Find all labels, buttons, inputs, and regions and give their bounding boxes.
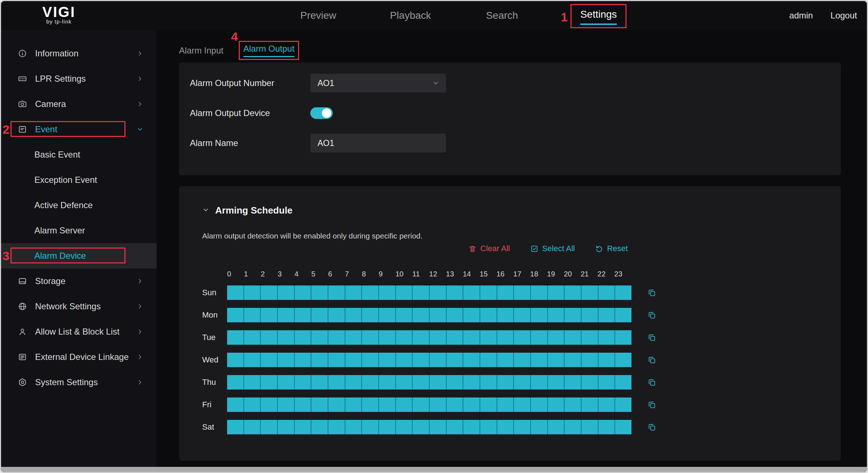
- alarm-name-input[interactable]: [310, 134, 446, 152]
- schedule-cell[interactable]: [615, 420, 631, 434]
- schedule-bar[interactable]: [227, 420, 631, 434]
- tab-alarm-output[interactable]: 4 Alarm Output: [239, 41, 299, 60]
- schedule-cell[interactable]: [599, 397, 616, 412]
- schedule-cell[interactable]: [531, 375, 548, 390]
- copy-icon[interactable]: [647, 333, 656, 342]
- schedule-cell[interactable]: [480, 308, 497, 322]
- schedule-cell[interactable]: [548, 308, 565, 322]
- schedule-cell[interactable]: [311, 285, 328, 300]
- schedule-cell[interactable]: [362, 285, 379, 300]
- schedule-bar[interactable]: [227, 308, 631, 322]
- schedule-cell[interactable]: [514, 330, 531, 345]
- schedule-cell[interactable]: [463, 397, 480, 412]
- schedule-cell[interactable]: [565, 397, 582, 412]
- schedule-cell[interactable]: [531, 397, 548, 412]
- sidebar-subitem-exception-event[interactable]: Exception Event: [1, 167, 157, 193]
- schedule-cell[interactable]: [227, 397, 244, 412]
- schedule-cell[interactable]: [278, 420, 295, 434]
- schedule-cell[interactable]: [615, 375, 631, 390]
- schedule-cell[interactable]: [447, 420, 464, 434]
- schedule-cell[interactable]: [463, 420, 480, 434]
- schedule-cell[interactable]: [615, 308, 631, 322]
- schedule-cell[interactable]: [244, 375, 261, 390]
- schedule-cell[interactable]: [227, 375, 244, 390]
- schedule-cell[interactable]: [463, 330, 480, 345]
- sidebar-subitem-basic-event[interactable]: Basic Event: [1, 142, 157, 167]
- schedule-cell[interactable]: [261, 420, 278, 434]
- schedule-cell[interactable]: [447, 285, 464, 300]
- schedule-cell[interactable]: [615, 397, 631, 412]
- schedule-cell[interactable]: [413, 420, 430, 434]
- schedule-bar[interactable]: [227, 285, 631, 300]
- sidebar-subitem-alarm-server[interactable]: Alarm Server: [1, 218, 157, 243]
- schedule-cell[interactable]: [531, 353, 548, 367]
- schedule-cell[interactable]: [531, 285, 548, 300]
- schedule-cell[interactable]: [514, 285, 531, 300]
- schedule-cell[interactable]: [582, 420, 599, 434]
- schedule-cell[interactable]: [615, 353, 631, 367]
- schedule-cell[interactable]: [430, 285, 447, 300]
- schedule-cell[interactable]: [227, 308, 244, 322]
- schedule-cell[interactable]: [599, 285, 616, 300]
- schedule-cell[interactable]: [345, 285, 362, 300]
- schedule-cell[interactable]: [565, 375, 582, 390]
- schedule-cell[interactable]: [413, 285, 430, 300]
- schedule-cell[interactable]: [379, 375, 396, 390]
- user-name[interactable]: admin: [789, 1, 813, 30]
- schedule-cell[interactable]: [548, 397, 565, 412]
- schedule-cell[interactable]: [244, 397, 261, 412]
- schedule-cell[interactable]: [278, 375, 295, 390]
- schedule-cell[interactable]: [345, 353, 362, 367]
- schedule-cell[interactable]: [379, 353, 396, 367]
- logout-button[interactable]: Logout: [830, 1, 857, 30]
- schedule-cell[interactable]: [278, 397, 295, 412]
- schedule-cell[interactable]: [514, 375, 531, 390]
- schedule-cell[interactable]: [430, 308, 447, 322]
- schedule-cell[interactable]: [582, 397, 599, 412]
- schedule-cell[interactable]: [328, 353, 345, 367]
- schedule-cell[interactable]: [430, 375, 447, 390]
- tab-alarm-input[interactable]: Alarm Input: [179, 46, 224, 56]
- schedule-bar[interactable]: [227, 397, 631, 412]
- sidebar-item-storage[interactable]: Storage: [1, 268, 157, 294]
- schedule-cell[interactable]: [261, 285, 278, 300]
- schedule-cell[interactable]: [278, 353, 295, 367]
- schedule-cell[interactable]: [379, 330, 396, 345]
- schedule-cell[interactable]: [480, 353, 497, 367]
- schedule-cell[interactable]: [413, 308, 430, 322]
- schedule-cell[interactable]: [345, 397, 362, 412]
- schedule-bar[interactable]: [227, 330, 631, 345]
- schedule-cell[interactable]: [615, 285, 631, 300]
- reset-button[interactable]: Reset: [595, 244, 627, 253]
- schedule-cell[interactable]: [396, 353, 413, 367]
- schedule-cell[interactable]: [615, 330, 631, 345]
- schedule-cell[interactable]: [345, 308, 362, 322]
- schedule-cell[interactable]: [278, 308, 295, 322]
- schedule-cell[interactable]: [582, 285, 599, 300]
- schedule-cell[interactable]: [548, 285, 565, 300]
- schedule-cell[interactable]: [599, 330, 616, 345]
- schedule-cell[interactable]: [278, 330, 295, 345]
- copy-icon[interactable]: [647, 423, 656, 432]
- sidebar-item-event[interactable]: 2 Event: [1, 117, 157, 142]
- schedule-cell[interactable]: [379, 420, 396, 434]
- schedule-cell[interactable]: [430, 330, 447, 345]
- schedule-cell[interactable]: [413, 375, 430, 390]
- schedule-cell[interactable]: [295, 353, 312, 367]
- schedule-cell[interactable]: [311, 397, 328, 412]
- schedule-cell[interactable]: [379, 308, 396, 322]
- schedule-cell[interactable]: [396, 375, 413, 390]
- schedule-cell[interactable]: [599, 375, 616, 390]
- schedule-cell[interactable]: [430, 420, 447, 434]
- copy-icon[interactable]: [647, 311, 656, 320]
- schedule-bar[interactable]: [227, 353, 631, 367]
- schedule-cell[interactable]: [379, 285, 396, 300]
- schedule-cell[interactable]: [582, 308, 599, 322]
- schedule-cell[interactable]: [261, 330, 278, 345]
- schedule-cell[interactable]: [227, 353, 244, 367]
- alarm-output-number-select[interactable]: AO1: [310, 74, 446, 93]
- schedule-cell[interactable]: [565, 308, 582, 322]
- schedule-cell[interactable]: [565, 330, 582, 345]
- schedule-cell[interactable]: [244, 330, 261, 345]
- schedule-cell[interactable]: [362, 375, 379, 390]
